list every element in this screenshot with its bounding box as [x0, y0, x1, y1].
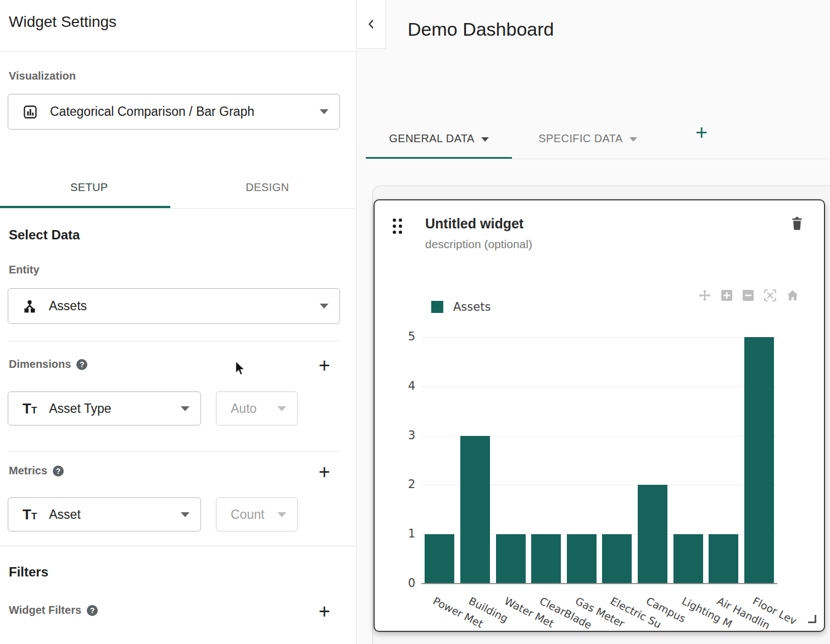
- autoscale-icon[interactable]: [763, 288, 777, 303]
- grid-line: [422, 337, 777, 338]
- legend-item[interactable]: Assets: [431, 300, 491, 313]
- resize-handle[interactable]: [808, 615, 816, 623]
- bar-Water Met[interactable]: [496, 534, 526, 584]
- zoom-in-icon[interactable]: [720, 289, 733, 302]
- y-tick-label: 5: [393, 330, 415, 343]
- entity-value: Assets: [49, 299, 87, 313]
- chevron-down-icon: [320, 109, 328, 114]
- widget-title[interactable]: Untitled widget: [425, 216, 523, 232]
- visualization-value: Categorical Comparison / Bar Graph: [50, 104, 254, 119]
- tab-label: GENERAL DATA: [389, 132, 475, 145]
- bar-Power Met[interactable]: [425, 534, 454, 584]
- divider: [8, 341, 340, 341]
- bar-Building[interactable]: [460, 436, 490, 584]
- chevron-down-icon: [181, 512, 190, 517]
- bar-chart-plot: [422, 337, 777, 584]
- metric-aggregation-select[interactable]: Count: [216, 497, 298, 531]
- widget-filters-header: Widget Filters ?: [9, 604, 98, 617]
- grid-line: [422, 387, 777, 387]
- tab-specific-data[interactable]: SPECIFIC DATA: [512, 132, 664, 145]
- bar-Air Handlin[interactable]: [709, 534, 738, 584]
- y-tick-label: 0: [393, 576, 415, 590]
- y-tick-label: 2: [393, 478, 415, 491]
- plus-icon: +: [319, 461, 330, 483]
- entity-label: Entity: [9, 264, 40, 276]
- metrics-header: Metrics ?: [9, 464, 64, 477]
- widget-settings-panel: Widget Settings Visualization Categorica…: [0, 0, 356, 644]
- dashboard-title: Demo Dashboard: [408, 19, 554, 40]
- widget-description[interactable]: description (optional): [425, 238, 532, 251]
- bar-Gas Meter[interactable]: [567, 534, 597, 584]
- metric-aggregation-value: Count: [231, 507, 264, 522]
- chevron-down-icon: [630, 137, 637, 142]
- collapse-panel-button[interactable]: [357, 0, 386, 49]
- plus-icon: +: [695, 121, 708, 144]
- tab-setup[interactable]: SETUP: [0, 166, 179, 209]
- plus-icon: +: [319, 600, 330, 623]
- hierarchy-icon: [23, 299, 37, 313]
- bar-Electric Su[interactable]: [602, 534, 632, 584]
- dimensions-label: Dimensions: [9, 358, 71, 371]
- filters-heading: Filters: [9, 564, 48, 580]
- metric-field-value: Asset: [49, 507, 81, 522]
- add-tab-button[interactable]: +: [689, 122, 714, 143]
- plus-icon: +: [319, 354, 330, 377]
- visualization-label: Visualization: [9, 70, 76, 82]
- drag-handle-icon[interactable]: [393, 219, 402, 234]
- divider: [366, 159, 830, 159]
- dimension-field-value: Asset Type: [49, 401, 111, 416]
- chevron-down-icon: [481, 137, 489, 142]
- bar-chart-icon: [23, 104, 38, 120]
- divider: [0, 546, 356, 546]
- x-axis-line: [421, 583, 777, 584]
- y-tick-label: 4: [393, 379, 415, 393]
- text-type-icon: TT: [23, 401, 37, 416]
- dimensions-header: Dimensions ?: [9, 358, 87, 371]
- zoom-out-icon[interactable]: [742, 289, 755, 302]
- chevron-down-icon: [181, 406, 190, 411]
- bar-ClearBlade[interactable]: [531, 534, 561, 584]
- panel-title: Widget Settings: [9, 13, 116, 31]
- widget-card[interactable]: Untitled widget description (optional): [374, 199, 825, 632]
- help-icon[interactable]: ?: [53, 466, 64, 477]
- chevron-down-icon: [320, 304, 328, 309]
- tab-design[interactable]: DESIGN: [179, 166, 357, 209]
- divider: [0, 51, 356, 52]
- help-icon[interactable]: ?: [76, 359, 87, 370]
- bar-Campus[interactable]: [638, 485, 667, 584]
- setup-design-tabs: SETUP DESIGN: [0, 166, 356, 209]
- home-icon[interactable]: [786, 288, 800, 303]
- dashboard-tabs: GENERAL DATA SPECIFIC DATA: [366, 120, 664, 157]
- dimension-bucket-select[interactable]: Auto: [216, 391, 298, 425]
- text-type-icon: TT: [23, 507, 37, 522]
- trash-icon[interactable]: [790, 216, 804, 233]
- widget-filters-label: Widget Filters: [9, 604, 81, 617]
- dimension-field-select[interactable]: TT Asset Type: [8, 391, 201, 425]
- visualization-select[interactable]: Categorical Comparison / Bar Graph: [8, 94, 340, 130]
- add-widget-filter-button[interactable]: +: [319, 602, 330, 621]
- chevron-left-icon: [365, 17, 377, 31]
- tab-label: SPECIFIC DATA: [538, 132, 622, 145]
- legend-label: Assets: [453, 300, 491, 313]
- chevron-down-icon: [277, 512, 286, 517]
- bar-Floor Lev[interactable]: [744, 337, 774, 584]
- add-metric-button[interactable]: +: [319, 462, 330, 482]
- metric-field-select[interactable]: TT Asset: [8, 497, 201, 531]
- legend-swatch: [431, 301, 443, 313]
- dimension-bucket-value: Auto: [231, 401, 257, 416]
- entity-select[interactable]: Assets: [8, 288, 340, 324]
- divider: [0, 208, 356, 209]
- y-tick-label: 1: [393, 527, 415, 540]
- add-dimension-button[interactable]: +: [319, 356, 330, 376]
- bar-Lighting M[interactable]: [673, 534, 703, 584]
- help-icon[interactable]: ?: [87, 605, 98, 616]
- y-tick-label: 3: [393, 429, 415, 442]
- pan-icon[interactable]: [698, 288, 712, 303]
- dashboard-panel: Demo Dashboard GENERAL DATA SPECIFIC DAT…: [357, 0, 830, 644]
- metrics-label: Metrics: [9, 464, 47, 477]
- chevron-down-icon: [277, 406, 286, 411]
- select-data-heading: Select Data: [9, 227, 80, 243]
- app: Widget Settings Visualization Categorica…: [0, 0, 830, 644]
- divider: [8, 451, 340, 452]
- tab-general-data[interactable]: GENERAL DATA: [366, 132, 512, 145]
